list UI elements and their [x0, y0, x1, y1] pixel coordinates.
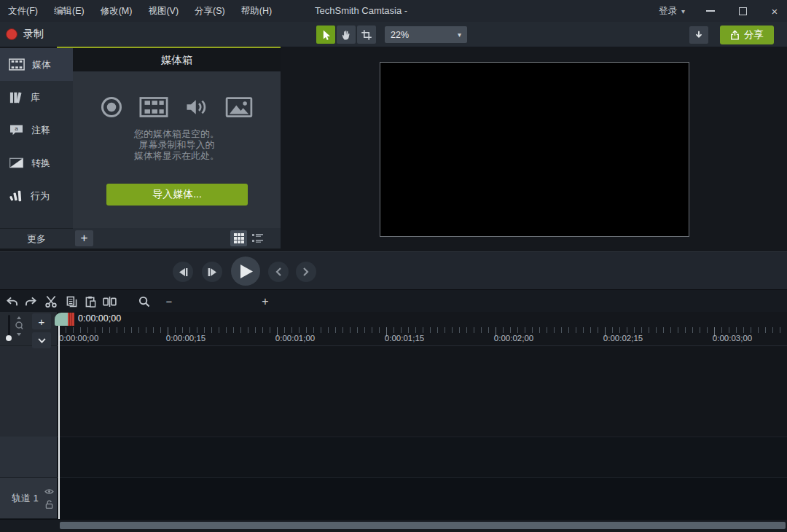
zoom-in-button[interactable]: + — [257, 293, 274, 310]
sidebar-item-label: 转换 — [31, 157, 50, 170]
download-arrow-icon — [694, 30, 704, 40]
track-options-button[interactable] — [32, 332, 51, 348]
sidebar-item-annotations[interactable]: a 注释 — [0, 114, 73, 146]
crop-tool-button[interactable] — [357, 26, 376, 44]
media-bin-empty-text: 您的媒体箱是空的。 屏幕录制和导入的 媒体将显示在此处。 — [73, 128, 281, 161]
share-button[interactable]: 分享 — [720, 26, 774, 44]
list-view-button[interactable] — [249, 230, 266, 246]
sidebar-item-label: 行为 — [31, 189, 50, 203]
books-icon — [9, 91, 23, 104]
ruler-label: 0:00:03;00 — [713, 334, 752, 343]
download-button[interactable] — [689, 26, 708, 44]
caret-down-icon: ▾ — [458, 31, 461, 39]
undo-icon — [6, 296, 18, 307]
ruler-label: 0:00:02;15 — [603, 334, 643, 343]
minimize-icon — [706, 10, 715, 12]
zoom-out-button[interactable]: − — [160, 293, 178, 310]
undo-button[interactable] — [3, 293, 20, 310]
ruler-label: 0:00:02;00 — [494, 334, 533, 343]
import-media-button[interactable]: 导入媒体... — [106, 184, 248, 206]
timeline-ruler[interactable]: 0:00:00;000:00:00;150:00:01;000:00:01;15… — [57, 312, 787, 345]
preview-stage[interactable] — [380, 62, 689, 237]
track-height-slider-track[interactable] — [8, 315, 10, 337]
sidebar-more-button[interactable]: 更多 — [0, 228, 73, 249]
timeline-zoom-button[interactable] — [136, 293, 153, 310]
step-forward-button[interactable] — [202, 262, 222, 282]
next-button[interactable] — [296, 262, 316, 282]
canvas-zoom-value: 22% — [391, 30, 409, 40]
sidebar-item-label: 注释 — [31, 124, 50, 137]
eye-icon[interactable] — [44, 488, 54, 495]
playhead-in-handle[interactable] — [55, 313, 68, 326]
list-view-icon — [252, 234, 263, 243]
scissors-icon — [44, 295, 58, 308]
share-label: 分享 — [744, 28, 764, 42]
copy-button[interactable] — [63, 293, 80, 310]
media-bin-panel: 媒体箱 您的媒体箱是空的。 屏幕 — [73, 48, 281, 249]
timeline-toolbar: − + — [0, 289, 787, 312]
menu-edit[interactable]: 编辑(E) — [46, 0, 93, 22]
split-icon — [103, 297, 117, 307]
login-button[interactable]: 登录 ▾ — [653, 0, 691, 22]
transition-icon — [9, 157, 24, 168]
menu-file[interactable]: 文件(F) — [0, 0, 46, 22]
record-button[interactable]: 录制 — [6, 24, 44, 44]
sidebar-item-library[interactable]: 库 — [0, 81, 73, 114]
menu-help[interactable]: 帮助(H) — [233, 0, 280, 22]
track-height-slider-thumb[interactable] — [6, 335, 12, 341]
lock-open-icon[interactable] — [45, 500, 53, 509]
playhead-line[interactable] — [58, 326, 60, 522]
redo-button[interactable] — [22, 293, 39, 310]
maximize-icon — [739, 7, 747, 15]
pan-tool-button[interactable] — [337, 26, 356, 44]
redo-icon — [25, 296, 37, 307]
canvas-zoom-select[interactable]: 22% ▾ — [385, 26, 467, 43]
chevron-down-icon — [38, 338, 46, 343]
empty-text-line: 您的媒体箱是空的。 — [73, 128, 281, 139]
record-circle-icon — [101, 96, 122, 118]
cut-button[interactable] — [42, 293, 60, 310]
film-icon — [9, 58, 25, 71]
timeline-empty-area[interactable] — [57, 437, 787, 477]
menu-bar: 文件(F) 编辑(E) 修改(M) 视图(V) 分享(S) 帮助(H) — [0, 0, 280, 22]
add-media-button[interactable]: + — [75, 230, 93, 246]
sidebar-item-media[interactable]: 媒体 — [0, 48, 73, 81]
menu-modify[interactable]: 修改(M) — [93, 0, 141, 22]
grid-view-icon — [234, 233, 244, 243]
sidebar-item-label: 媒体 — [32, 58, 51, 71]
minimize-button[interactable] — [698, 0, 723, 22]
sidebar: 媒体 库 a 注释 转换 — [0, 48, 73, 249]
track1-lane[interactable] — [57, 477, 787, 519]
chevron-left-icon — [275, 267, 281, 276]
login-label: 登录 — [659, 5, 677, 17]
maximize-button[interactable] — [730, 0, 755, 22]
media-bin-title: 媒体箱 — [73, 48, 281, 71]
crop-icon — [361, 29, 372, 41]
step-forward-icon — [208, 268, 217, 276]
timeline-empty-area[interactable] — [57, 345, 787, 437]
step-backward-icon — [179, 268, 188, 276]
add-track-button[interactable]: + — [32, 313, 51, 329]
timeline-scrollbar-thumb[interactable] — [60, 522, 786, 529]
split-button[interactable] — [101, 293, 118, 310]
previous-button[interactable] — [268, 262, 289, 282]
step-backward-button[interactable] — [173, 262, 193, 282]
magnifier-icon — [138, 296, 150, 308]
menu-view[interactable]: 视图(V) — [140, 0, 187, 22]
grid-view-button[interactable] — [230, 230, 247, 246]
playback-bar: 00:00 / 00:00 30 fps ⚙ 属性 — [0, 251, 787, 289]
play-button[interactable] — [231, 257, 260, 286]
menu-share[interactable]: 分享(S) — [187, 0, 233, 22]
playhead-out-handle[interactable] — [68, 313, 74, 326]
close-button[interactable]: × — [762, 0, 787, 22]
sidebar-item-behaviors[interactable]: 行为 — [0, 179, 73, 212]
track-gutter-empty — [0, 345, 57, 437]
timeline: 0:00:00;000:00:00;150:00:01;000:00:01;15… — [0, 312, 787, 532]
paste-icon — [85, 296, 96, 308]
sidebar-item-transitions[interactable]: 转换 — [0, 146, 73, 179]
record-icon — [6, 28, 17, 40]
image-icon — [225, 96, 253, 118]
select-tool-button[interactable] — [316, 26, 335, 44]
behaviors-icon — [9, 189, 23, 203]
paste-button[interactable] — [82, 293, 99, 310]
